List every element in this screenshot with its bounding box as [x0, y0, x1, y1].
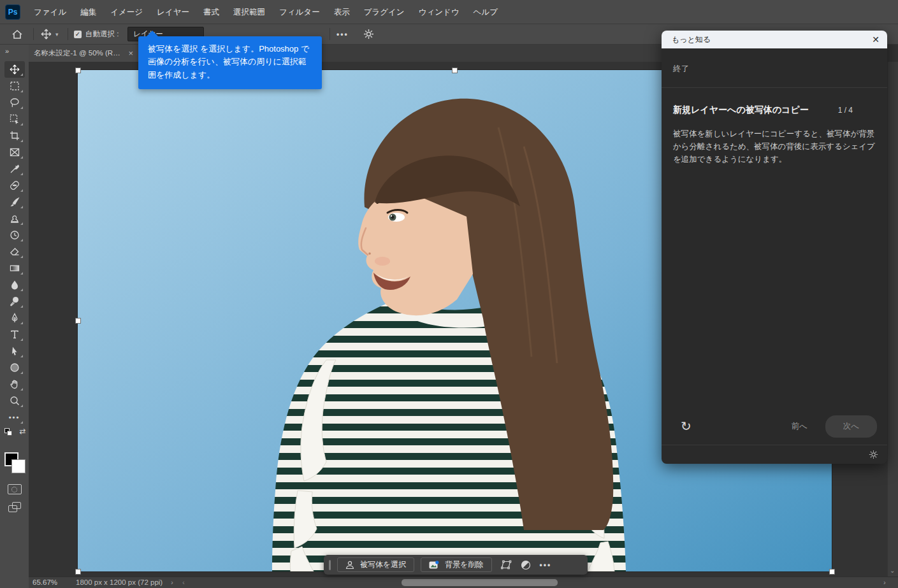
screen-mode-button[interactable] — [8, 502, 21, 512]
hand-icon — [10, 379, 20, 389]
menu-help[interactable]: ヘルプ — [467, 0, 505, 24]
adjustments-button[interactable] — [521, 560, 531, 570]
menu-select[interactable]: 選択範囲 — [226, 0, 272, 24]
tools-panel: » — [0, 45, 29, 588]
gradient-tool[interactable] — [4, 260, 25, 276]
home-icon — [11, 29, 23, 39]
restart-icon[interactable]: ↻ — [681, 419, 692, 434]
lasso-tool[interactable] — [4, 94, 25, 111]
dodge-tool[interactable] — [4, 293, 25, 310]
frame-tool[interactable] — [4, 144, 25, 161]
horizontal-scrollbar-thumb[interactable] — [402, 579, 558, 586]
color-swatches[interactable] — [3, 452, 26, 475]
menu-image[interactable]: イメージ — [103, 0, 150, 24]
remove-background-button[interactable]: 背景を削除 — [421, 557, 491, 572]
learn-panel-settings-row — [662, 445, 887, 464]
menu-view[interactable]: 表示 — [327, 0, 357, 24]
pen-tool[interactable] — [4, 310, 25, 326]
zoom-level-field[interactable]: 65.67% — [33, 578, 57, 586]
task-bar-more-button[interactable]: ••• — [540, 561, 552, 570]
menu-window[interactable]: ウィンドウ — [412, 0, 467, 24]
tool-preset-move[interactable]: ▾ — [41, 24, 59, 44]
previous-step-button[interactable]: 前へ — [791, 421, 807, 432]
more-tools-button[interactable]: ••• — [4, 409, 25, 426]
history-brush-icon — [10, 230, 20, 240]
menu-edit[interactable]: 編集 — [73, 0, 103, 24]
eraser-icon — [10, 247, 20, 257]
exit-tutorial-button[interactable]: 終了 — [662, 48, 887, 87]
transform-icon — [501, 560, 512, 570]
scroll-down-chevron[interactable]: ⌄ — [890, 567, 895, 574]
frame-icon — [10, 147, 20, 157]
clone-stamp-icon — [10, 213, 20, 224]
drag-handle[interactable] — [329, 560, 331, 570]
ellipsis-icon: ••• — [9, 413, 20, 421]
type-tool[interactable] — [4, 326, 25, 343]
brush-tool[interactable] — [4, 194, 25, 210]
step-counter: 1 / 4 — [838, 106, 876, 115]
learn-panel-footer: ↻ 前へ 次へ — [662, 408, 887, 445]
transform-handle-mid-left[interactable] — [75, 318, 81, 324]
coachmark-text: 被写体を選択 を選択します。Photoshop で画像の分析を行い、被写体の周り… — [148, 44, 309, 80]
remove-background-label: 背景を削除 — [445, 559, 483, 570]
menu-layer[interactable]: レイヤー — [150, 0, 196, 24]
spot-healing-brush-tool[interactable] — [4, 177, 25, 194]
toolbar-collapse-button[interactable]: » — [0, 45, 29, 61]
learn-panel-body: 新規レイヤーへの被写体のコピー 1 / 4 被写体を新しいレイヤーにコピーすると… — [662, 88, 887, 408]
dodge-icon — [10, 296, 20, 306]
path-selection-tool[interactable] — [4, 343, 25, 359]
ellipse-shape-tool[interactable] — [4, 359, 25, 376]
transform-button[interactable] — [501, 560, 512, 570]
marquee-icon — [10, 81, 20, 91]
eyedropper-tool[interactable] — [4, 161, 25, 177]
next-step-button[interactable]: 次へ — [825, 415, 877, 438]
chevron-down-icon: ▾ — [55, 31, 59, 38]
gear-icon[interactable] — [869, 450, 878, 459]
move-tool-icon — [10, 64, 20, 75]
transform-handle-bottom-left[interactable] — [75, 569, 81, 575]
lasso-icon — [10, 97, 20, 108]
menu-filter[interactable]: フィルター — [272, 0, 327, 24]
transform-handle-top-center[interactable] — [452, 68, 458, 73]
zoom-tool[interactable] — [4, 392, 25, 409]
close-icon[interactable]: ✕ — [872, 34, 880, 45]
swap-arrows-icon: ⇄ — [19, 427, 25, 436]
eraser-tool[interactable] — [4, 243, 25, 260]
scroll-right-chevron[interactable]: › — [883, 578, 886, 586]
tab-close-icon[interactable]: × — [128, 48, 133, 58]
select-subject-button[interactable]: 被写体を選択 — [337, 557, 414, 572]
quick-mask-icon — [11, 487, 17, 492]
status-chevron-left[interactable]: ‹ — [182, 578, 185, 586]
menu-file[interactable]: ファイル — [27, 0, 73, 24]
menu-plugins[interactable]: プラグイン — [357, 0, 412, 24]
transform-handle-top-left[interactable] — [75, 68, 81, 73]
auto-select-checkbox[interactable]: ✓ — [74, 24, 82, 44]
clone-stamp-tool[interactable] — [4, 210, 25, 227]
more-options-button[interactable]: ••• — [337, 24, 349, 44]
history-brush-tool[interactable] — [4, 227, 25, 243]
checkbox-check-icon: ✓ — [74, 31, 82, 38]
workspace-settings-button[interactable] — [363, 24, 374, 44]
document-tab[interactable]: 名称未設定-1 @ 50% (RGB/8) × — [29, 45, 138, 62]
blur-tool[interactable] — [4, 276, 25, 293]
eyedropper-icon — [10, 164, 20, 174]
contextual-task-bar: 被写体を選択 背景を削除 ••• — [324, 555, 588, 575]
selection-arrow-icon — [10, 346, 20, 356]
swap-colors-control[interactable]: ⇄ — [3, 428, 26, 451]
crop-tool[interactable] — [4, 127, 25, 144]
move-tool[interactable] — [4, 61, 25, 78]
menu-type[interactable]: 書式 — [196, 0, 226, 24]
background-color-swatch[interactable] — [11, 459, 25, 473]
rectangular-marquee-tool[interactable] — [4, 78, 25, 94]
home-button[interactable] — [11, 24, 23, 44]
photoshop-logo[interactable]: Ps — [5, 4, 20, 20]
magnifier-icon — [10, 396, 20, 406]
status-chevron-right[interactable]: › — [171, 578, 173, 586]
hand-tool[interactable] — [4, 376, 25, 392]
quick-mask-mode-button[interactable] — [8, 484, 22, 494]
healing-bandage-icon — [10, 180, 20, 190]
transform-handle-bottom-right[interactable] — [829, 569, 835, 575]
contrast-icon — [521, 560, 531, 570]
remove-background-icon — [429, 561, 439, 570]
object-selection-tool[interactable] — [4, 111, 25, 127]
